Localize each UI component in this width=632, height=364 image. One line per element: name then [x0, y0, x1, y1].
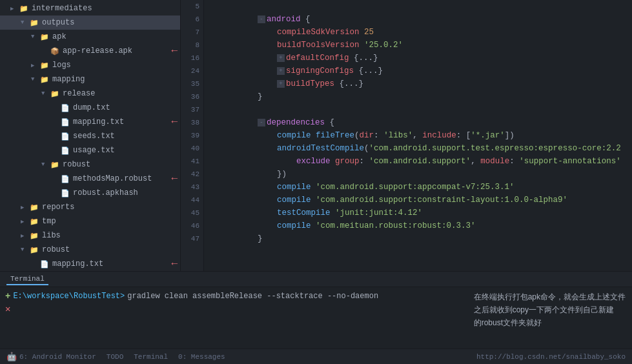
tree-item-apk[interactable]: 📁 apk	[0, 30, 180, 44]
file-icon: 📄	[61, 189, 71, 197]
ln-40: 40	[185, 142, 199, 155]
code-line-35: }	[209, 77, 627, 90]
tree-label: mapping.txt	[52, 259, 103, 268]
tree-item-logs[interactable]: 📁 logs	[0, 58, 180, 72]
tree-label: methodsMap.robust	[73, 174, 152, 183]
file-icon: 📄	[61, 118, 71, 126]
red-arrow-icon: ←	[171, 258, 180, 270]
android-monitor-label: 6: Android Monitor	[19, 353, 96, 361]
tree-item-app-release[interactable]: 📦 app-release.apk ←	[0, 44, 180, 58]
code-line-38: compile fileTree(dir: 'libs', include: […	[209, 116, 627, 129]
code-line-6: compileSdkVersion 25	[209, 13, 627, 26]
tree-item-apkhash[interactable]: 📄 robust.apkhash	[0, 186, 180, 200]
status-todo[interactable]: TODO	[107, 353, 123, 361]
terminal-plus-icon: +	[5, 290, 10, 303]
file-icon: 📄	[40, 260, 50, 268]
tree-item-mapping[interactable]: 📁 mapping	[0, 72, 180, 86]
arrow-icon	[21, 232, 30, 239]
terminal-command: gradlew clean assembleRelease --stacktra…	[127, 290, 378, 303]
status-terminal[interactable]: Terminal	[134, 353, 168, 361]
tree-item-seeds[interactable]: 📄 seeds.txt	[0, 129, 180, 143]
file-icon: 📄	[61, 175, 71, 183]
folder-icon: 📁	[30, 217, 40, 226]
folder-icon: 📁	[40, 61, 50, 70]
tree-item-intermediates[interactable]: 📁 intermediates	[0, 1, 180, 15]
code-line-5: -android {	[209, 0, 627, 13]
ln-8: 8	[185, 39, 199, 52]
android-icon: 🤖	[6, 352, 17, 362]
tree-item-mapping2[interactable]: 📄 mapping.txt ←	[0, 257, 180, 271]
code-editor: 5 6 7 8 16 24 35 36 37 38 39 40 41 42 43…	[181, 0, 632, 271]
ln-36: 36	[185, 90, 199, 103]
tree-item-libs[interactable]: 📁 libs	[0, 228, 180, 243]
todo-label: TODO	[107, 353, 123, 361]
tree-label: reports	[42, 203, 74, 212]
tree-item-dump[interactable]: 📄 dump.txt	[0, 101, 180, 115]
file-tree: 📁 intermediates 📁 outputs 📁 apk	[0, 0, 181, 271]
red-arrow-icon: ←	[171, 45, 180, 57]
tree-item-mapping-txt[interactable]: 📄 mapping.txt ←	[0, 115, 180, 129]
red-arrow-icon: ←	[171, 173, 180, 185]
ln-46: 46	[185, 219, 199, 232]
tree-label: mapping	[52, 75, 85, 84]
tree-item-outputs[interactable]: 📁 outputs	[0, 15, 180, 30]
tree-item-usage[interactable]: 📄 usage.txt	[0, 143, 180, 157]
arrow-icon	[41, 161, 50, 168]
folder-icon: 📁	[40, 76, 50, 84]
code-line-46: }	[209, 219, 627, 232]
folder-icon: 📁	[30, 246, 40, 254]
ln-45: 45	[185, 207, 199, 219]
tree-label: seeds.txt	[73, 132, 115, 141]
ln-16: 16	[185, 52, 199, 65]
folder-icon: 📁	[50, 90, 61, 98]
tree-label: intermediates	[32, 4, 92, 13]
ln-43: 43	[185, 181, 199, 194]
arrow-icon	[31, 34, 40, 40]
tree-item-tmp[interactable]: 📁 tmp	[0, 214, 180, 228]
folder-icon: 📁	[30, 19, 40, 27]
terminal-line-2: ✕	[5, 303, 627, 316]
url-label: http://blog.csdn.net/snailbaby_soko	[476, 353, 626, 361]
annotation-line3: 的robust文件夹就好	[474, 316, 626, 329]
status-messages[interactable]: 0: Messages	[178, 353, 225, 361]
folder-icon: 📁	[19, 5, 30, 13]
code-line-44: testCompile 'junit:junit:4.12'	[209, 194, 627, 207]
code-line-45: compile 'com.meituan.robust:robust:0.3.3…	[209, 207, 627, 219]
tree-label: robust.apkhash	[73, 188, 138, 197]
code-line-41: })	[209, 155, 627, 168]
code-line-42: compile 'com.android.support:appcompat-v…	[209, 168, 627, 181]
tree-item-reports[interactable]: 📁 reports	[0, 200, 180, 214]
code-line-24: +buildTypes {...}	[209, 65, 627, 77]
arrow-icon	[31, 62, 40, 69]
messages-label: 0: Messages	[178, 353, 225, 361]
tree-label: libs	[42, 231, 61, 240]
ln-44: 44	[185, 194, 199, 207]
code-line-7: buildToolsVersion '25.0.2'	[209, 26, 627, 39]
terminal-area: Terminal + E:\workspace\RobustTest> grad…	[0, 271, 632, 349]
tree-label: logs	[52, 61, 71, 70]
terminal-content: + E:\workspace\RobustTest> gradlew clean…	[0, 287, 632, 349]
ln-42: 42	[185, 168, 199, 181]
tree-item-methodsmap[interactable]: 📄 methodsMap.robust ←	[0, 172, 180, 186]
tree-item-robust[interactable]: 📁 robust	[0, 157, 180, 172]
arrow-icon	[21, 218, 30, 225]
tree-label: tmp	[42, 217, 56, 226]
code-content: 5 6 7 8 16 24 35 36 37 38 39 40 41 42 43…	[181, 0, 632, 271]
tree-item-release[interactable]: 📁 release	[0, 86, 180, 101]
red-arrow-icon: ←	[171, 116, 180, 128]
code-line-47	[209, 232, 627, 245]
tree-label: robust	[42, 245, 70, 254]
arrow-icon	[31, 76, 40, 83]
arrow-icon	[21, 204, 30, 211]
ln-7: 7	[185, 26, 199, 39]
folder-icon: 📁	[50, 161, 61, 169]
tree-item-robust2[interactable]: 📁 robust	[0, 243, 180, 257]
ln-38: 38	[185, 116, 199, 129]
terminal-path: E:\workspace\RobustTest>	[13, 290, 125, 303]
terminal-tab-terminal[interactable]: Terminal	[6, 274, 48, 285]
tree-label: dump.txt	[73, 103, 110, 112]
ln-41: 41	[185, 155, 199, 168]
tree-label: outputs	[42, 18, 74, 27]
status-android-monitor[interactable]: 🤖 6: Android Monitor	[6, 352, 96, 362]
code-line-39: androidTestCompile('com.android.support.…	[209, 129, 627, 142]
